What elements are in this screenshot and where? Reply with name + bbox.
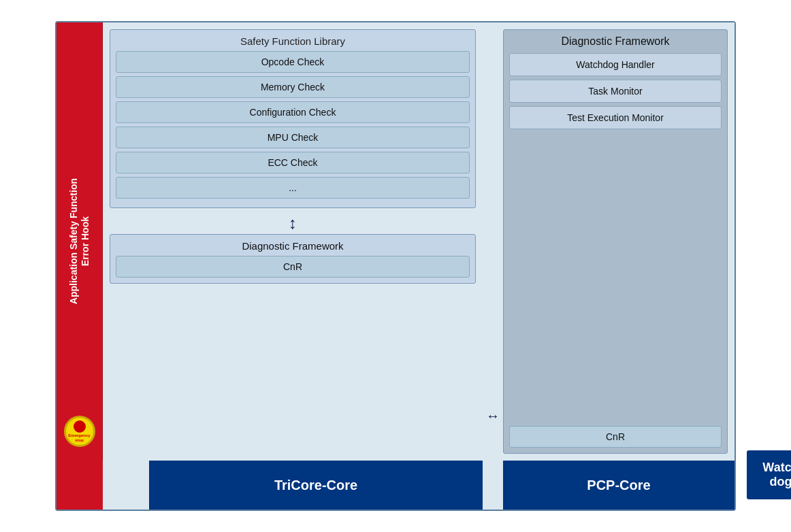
safety-lib-title: Safety Function Library bbox=[116, 35, 470, 47]
tricore-area: Safety Function Library Opcode Check Mem… bbox=[103, 22, 483, 461]
cnr-right-box: CnR bbox=[509, 426, 722, 448]
tricore-bar: TriCore-Core bbox=[149, 461, 483, 510]
opcode-check-item: Opcode Check bbox=[116, 51, 470, 73]
cnr-left-box: CnR bbox=[116, 256, 470, 278]
horizontal-arrow: ↔ bbox=[486, 408, 500, 424]
bottom-sidebar-spacer bbox=[56, 461, 103, 510]
stop-icon bbox=[74, 420, 86, 433]
diag-framework-right-title: Diagnostic Framework bbox=[509, 35, 722, 48]
main-content-area: Application Safety Function Error Hook E… bbox=[56, 22, 734, 461]
test-execution-monitor-item: Test Execution Monitor bbox=[509, 106, 722, 129]
mpu-check-item: MPU Check bbox=[116, 127, 470, 148]
bottom-bar-row: TriCore-Core PCP-Core Watchdog bbox=[56, 461, 734, 510]
safety-function-library-box: Safety Function Library Opcode Check Mem… bbox=[110, 29, 476, 208]
pcp-area: Diagnostic Framework Watchdog Handler Ta… bbox=[503, 22, 734, 461]
main-diagram: Application Safety Function Error Hook E… bbox=[55, 21, 736, 511]
memory-check-item: Memory Check bbox=[116, 76, 470, 98]
red-sidebar: Application Safety Function Error Hook E… bbox=[56, 22, 103, 461]
diag-framework-right-box: Diagnostic Framework Watchdog Handler Ta… bbox=[503, 29, 728, 454]
diag-framework-left-title: Diagnostic Framework bbox=[116, 240, 470, 252]
middle-divider: ↔ bbox=[483, 22, 503, 461]
watchdog-handler-item: Watchdog Handler bbox=[509, 53, 722, 76]
ecc-check-item: ECC Check bbox=[116, 152, 470, 173]
vertical-arrow: ↕ bbox=[110, 215, 476, 231]
pcp-bar: PCP-Core Watchdog bbox=[503, 461, 734, 510]
sidebar-label: Application Safety Function Error Hook bbox=[68, 178, 91, 304]
pcp-spacer bbox=[483, 461, 503, 510]
watchdog-box: Watchdog bbox=[747, 450, 791, 499]
emergency-stop-button[interactable]: Emergencystop bbox=[64, 416, 95, 447]
task-monitor-item: Task Monitor bbox=[509, 80, 722, 103]
more-checks-item: ... bbox=[116, 177, 470, 199]
diag-framework-left-box: Diagnostic Framework CnR bbox=[110, 234, 476, 284]
configuration-check-item: Configuration Check bbox=[116, 101, 470, 123]
stop-label: Emergencystop bbox=[68, 433, 90, 442]
